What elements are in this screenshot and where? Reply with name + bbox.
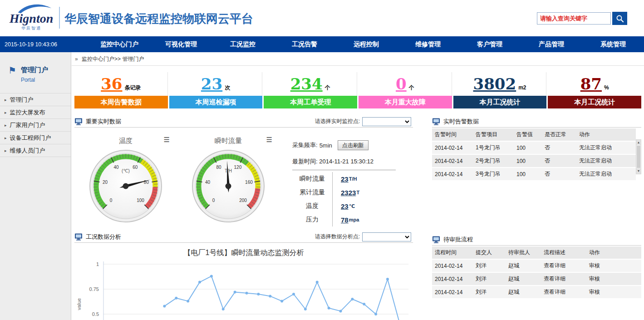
arrow-right-icon: ▸	[5, 144, 7, 157]
metric-unit: T	[356, 190, 359, 195]
section-header-alarms: 实时告警数据	[432, 116, 641, 128]
nav-item[interactable]: 维修管理	[397, 36, 459, 52]
datetime-display: 2015-10-19 10:43:06	[0, 41, 88, 48]
sidebar-item[interactable]: ▸ 设备工程师门户	[0, 132, 71, 144]
table-cell: 2014-02-14	[432, 272, 473, 286]
sidebar-item-label: 监控大屏发布	[10, 106, 45, 119]
panel-divider	[292, 170, 396, 170]
monitor-point-select[interactable]	[362, 117, 411, 126]
left-column: 重要实时数据 请选择实时监控点: 温度 ☰ 020406080100(℃)	[74, 116, 413, 320]
top-header: Hignton 华辰智通 华辰智通设备远程监控物联网云平台	[0, 0, 644, 36]
table-cell: 2号龙门吊	[473, 154, 514, 167]
stat-category-button[interactable]: 本月工况统计	[453, 96, 547, 108]
refresh-button[interactable]: 点击刷新	[338, 140, 369, 150]
scroll-up-icon[interactable]: ▲	[636, 140, 641, 145]
alarm-table-wrap: 告警时间告警项目告警值是否正常动作2014-02-141号龙门吊100否无法正常…	[432, 128, 641, 174]
stat-value-link[interactable]: 23	[201, 75, 222, 93]
latest-time-value: 2014-11-21 15:30:12	[319, 158, 374, 165]
stat-unit: 个	[409, 84, 414, 92]
chart-title: 【电厂1号线】瞬时流量动态监测分析	[74, 248, 413, 258]
table-row: 2014-02-14刘洋赵城查看详细审核	[432, 286, 641, 299]
nav-menu: 监控中心门户可视化管理工况监控工况告警远程控制维修管理客户管理产品管理系统管理	[88, 36, 644, 52]
scroll-down-icon[interactable]: ▼	[636, 168, 641, 174]
stat-category-button[interactable]: 本周巡检漏项	[169, 96, 263, 108]
nav-item[interactable]: 系统管理	[582, 36, 644, 52]
page-title: 华辰智通设备远程监控物联网云平台	[64, 11, 253, 27]
flow-gauge: 04080120160200T/H	[190, 148, 267, 225]
stat-value-area: 3802 m2	[453, 72, 547, 96]
search-button[interactable]	[612, 12, 627, 25]
sidebar-item-label: 维修人员门户	[10, 144, 45, 157]
table-cell: 刘洋	[473, 259, 506, 272]
stat-unit: 个	[325, 84, 330, 92]
table-cell: 100	[514, 167, 542, 181]
svg-text:1: 1	[96, 261, 99, 267]
logo: Hignton 华辰智通	[5, 3, 58, 31]
sidebar-item-label: 设备工程师门户	[10, 132, 51, 144]
column-header: 告警值	[514, 128, 542, 141]
sidebar-item[interactable]: ▸ 维修人员门户	[0, 144, 71, 157]
stat-value-link[interactable]: 0	[396, 75, 407, 93]
stat-value-link[interactable]: 3802	[473, 75, 516, 93]
nav-item[interactable]: 工况告警	[274, 36, 335, 52]
monitor-icon	[74, 118, 83, 125]
svg-text:40: 40	[114, 165, 119, 170]
nav-item[interactable]: 监控中心门户	[88, 36, 150, 52]
table-cell: 3号龙门吊	[473, 167, 514, 181]
monitor-icon	[74, 233, 83, 241]
table-cell: 审核	[586, 286, 641, 299]
svg-text:60: 60	[133, 165, 138, 170]
table-cell: 查看详细	[541, 259, 586, 272]
table-cell: 1号龙门吊	[473, 141, 514, 154]
breadcrumb-text: 监控中心门户>> 管理门户	[82, 56, 144, 62]
sidebar-item[interactable]: ▸ 管理门户	[0, 94, 71, 106]
stat-value-link[interactable]: 234	[290, 75, 323, 93]
search-box	[537, 12, 627, 25]
latest-time-label: 最新时间:	[292, 158, 318, 165]
svg-text:160: 160	[245, 180, 253, 185]
table-cell: 赵城	[506, 286, 541, 299]
metric-value-link[interactable]: 2323	[341, 189, 356, 197]
table-cell: 100	[514, 141, 542, 154]
nav-item[interactable]: 工况监控	[212, 36, 274, 52]
column-header: 提交人	[473, 246, 506, 259]
scrollbar-thumb[interactable]	[637, 146, 640, 168]
table-scrollbar[interactable]: ▲ ▼	[636, 139, 641, 174]
analysis-chart-block: 【电厂1号线】瞬时流量动态监测分析 10.750.50.250value	[74, 248, 413, 320]
nav-item[interactable]: 远程控制	[335, 36, 397, 52]
sidebar-item[interactable]: ▸ 厂家用户门户	[0, 119, 71, 132]
svg-text:(℃): (℃)	[122, 168, 130, 173]
svg-text:80: 80	[216, 165, 222, 170]
analysis-point-selector: 请选择数据分析点:	[315, 232, 413, 241]
metric-value-link[interactable]: 78	[341, 216, 349, 224]
sidebar-item-label: 厂家用户门户	[10, 119, 45, 132]
analysis-point-select[interactable]	[362, 232, 411, 241]
table-cell: 2014-02-14	[432, 141, 473, 154]
table-cell: 刘洋	[473, 286, 506, 299]
column-header: 告警时间	[432, 128, 473, 141]
svg-text:100: 100	[137, 198, 144, 203]
arrow-right-icon: ▸	[5, 94, 7, 106]
stat-card: 36 条记录 本周告警数据	[74, 72, 168, 108]
table-cell: 赵城	[506, 272, 541, 286]
stat-category-button[interactable]: 本月重大故障	[359, 96, 452, 108]
metric-unit: mpa	[349, 217, 359, 222]
table-row: 2014-02-14刘洋赵城查看详细审核	[432, 272, 641, 286]
nav-item[interactable]: 可视化管理	[150, 36, 212, 52]
chart-menu-icon[interactable]: ☰	[164, 135, 170, 144]
search-input[interactable]	[537, 12, 611, 25]
metric-value-link[interactable]: 23	[341, 175, 349, 183]
stat-value-link[interactable]: 36	[101, 75, 122, 93]
stat-value-link[interactable]: 87	[580, 75, 602, 93]
stat-category-button[interactable]: 本周告警数据	[74, 96, 168, 108]
stat-category-button[interactable]: 本月工况统计	[548, 96, 641, 108]
column-header: 流程描述	[541, 246, 586, 259]
metric-value-link[interactable]: 23	[341, 202, 349, 210]
nav-item[interactable]: 客户管理	[459, 36, 521, 52]
sidebar-item[interactable]: ▸ 监控大屏发布	[0, 106, 71, 119]
nav-item[interactable]: 产品管理	[521, 36, 582, 52]
stat-category-button[interactable]: 本周工单受理	[264, 96, 357, 108]
chart-menu-icon[interactable]: ☰	[266, 135, 272, 144]
section-header-realtime: 重要实时数据 请选择实时监控点:	[74, 116, 413, 128]
svg-text:0.75: 0.75	[89, 286, 99, 292]
